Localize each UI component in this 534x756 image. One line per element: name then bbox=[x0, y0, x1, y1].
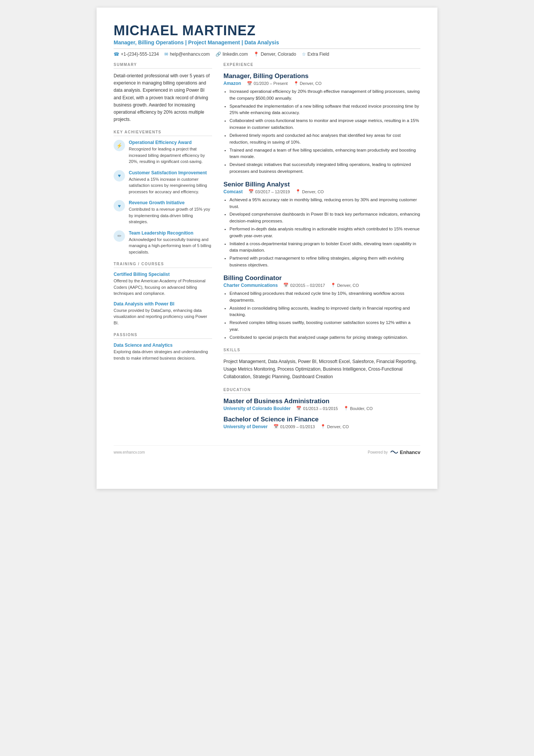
candidate-title: Manager, Billing Operations | Project Ma… bbox=[114, 39, 420, 45]
skills-text: Project Management, Data Analysis, Power… bbox=[223, 358, 420, 381]
job-title-3: Billing Coordinator bbox=[223, 274, 420, 282]
edu-degree-2: Bachelor of Science in Finance bbox=[223, 416, 420, 423]
job-bullets-1: Increased operational efficiency by 20% … bbox=[230, 88, 420, 175]
contact-extra: ☆ Extra Field bbox=[302, 52, 329, 57]
contact-linkedin: 🔗 linkedin.com bbox=[215, 52, 248, 57]
bullet: Devised strategic initiatives that succe… bbox=[230, 161, 420, 175]
achievements-section-title: KEY ACHIEVEMENTS bbox=[114, 130, 212, 136]
achievement-desc-4: Acknowledged for successfully training a… bbox=[129, 236, 212, 255]
link-icon: 🔗 bbox=[215, 52, 221, 57]
edu-school-1: University of Colorado Boulder bbox=[223, 406, 290, 411]
cal-icon-edu-1: 📅 bbox=[296, 406, 301, 411]
bullet: Performed in-depth data analysis resulti… bbox=[230, 226, 420, 239]
left-column: SUMMARY Detail-oriented professional wit… bbox=[114, 63, 212, 434]
cal-icon-3: 📅 bbox=[283, 283, 289, 288]
candidate-name: MICHAEL MARTINEZ bbox=[114, 23, 420, 39]
powered-by-text: Powered by bbox=[368, 450, 388, 454]
bullet: Developed comprehensive dashboards in Po… bbox=[230, 211, 420, 225]
job-meta-2: Comcast 📅 03/2017 – 12/2019 📍 Denver, CO bbox=[223, 189, 420, 194]
pin-icon-2: 📍 bbox=[295, 189, 301, 194]
training-item-2: Data Analysis with Power BI Course provi… bbox=[114, 301, 212, 326]
achievement-content-2: Customer Satisfaction Improvement Achiev… bbox=[129, 170, 212, 195]
passion-desc-1: Exploring data-driven strategies and und… bbox=[114, 349, 212, 361]
achievement-content-1: Operational Efficiency Award Recognized … bbox=[129, 140, 212, 165]
pin-icon-edu-1: 📍 bbox=[344, 406, 349, 411]
edu-dates-1: 📅 01/2013 – 01/2015 bbox=[296, 406, 338, 411]
job-bullets-2: Achieved a 95% accuracy rate in monthly … bbox=[230, 197, 420, 269]
achievement-content-3: Revenue Growth Initiative Contributed to… bbox=[129, 200, 212, 225]
achievement-item-2: ♥ Customer Satisfaction Improvement Achi… bbox=[114, 170, 212, 195]
job-dates-1: 📅 01/2020 – Present bbox=[247, 81, 288, 86]
bullet: Delivered timely reports and conducted a… bbox=[230, 132, 420, 146]
achievement-icon-4: ✏ bbox=[114, 230, 125, 242]
enhancv-brand-name: Enhancv bbox=[400, 449, 420, 455]
skills-section-title: SKILLS bbox=[223, 348, 420, 354]
achievement-title-3: Revenue Growth Initiative bbox=[129, 200, 212, 205]
bullet: Achieved a 95% accuracy rate in monthly … bbox=[230, 197, 420, 210]
enhancv-logo-icon bbox=[390, 449, 398, 455]
contact-phone: ☎ +1-(234)-555-1234 bbox=[114, 52, 159, 57]
footer-brand: Powered by Enhancv bbox=[368, 449, 420, 455]
cal-icon-1: 📅 bbox=[247, 81, 252, 86]
achievement-title-1: Operational Efficiency Award bbox=[129, 140, 212, 145]
bullet: Partnered with product management to ref… bbox=[230, 255, 420, 269]
phone-icon: ☎ bbox=[114, 52, 119, 57]
achievement-icon-3: ♥ bbox=[114, 200, 125, 211]
job-location-2: 📍 Denver, CO bbox=[295, 189, 323, 194]
right-column: EXPERIENCE Manager, Billing Operations A… bbox=[223, 63, 420, 434]
pin-icon-edu-2: 📍 bbox=[320, 424, 326, 429]
edu-item-1: Master of Business Administration Univer… bbox=[223, 398, 420, 411]
experience-section-title: EXPERIENCE bbox=[223, 63, 420, 69]
pin-icon-3: 📍 bbox=[331, 283, 336, 288]
achievement-item-1: ⚡ Operational Efficiency Award Recognize… bbox=[114, 140, 212, 165]
passions-section-title: PASSIONS bbox=[114, 333, 212, 339]
achievement-desc-3: Contributed to a revenue growth of 15% y… bbox=[129, 206, 212, 225]
bullet: Assisted in consolidating billing accoun… bbox=[230, 305, 420, 319]
edu-dates-2: 📅 01/2009 – 01/2013 bbox=[273, 424, 315, 429]
achievement-title-2: Customer Satisfaction Improvement bbox=[129, 170, 212, 175]
bullet: Spearheaded the implementation of a new … bbox=[230, 103, 420, 117]
achievement-desc-1: Recognized for leading a project that in… bbox=[129, 146, 212, 165]
job-bullets-3: Enhanced billing procedures that reduced… bbox=[230, 290, 420, 341]
bullet: Trained and managed a team of five billi… bbox=[230, 147, 420, 161]
bullet: Enhanced billing procedures that reduced… bbox=[230, 290, 420, 304]
edu-degree-1: Master of Business Administration bbox=[223, 398, 420, 405]
achievement-title-4: Team Leadership Recognition bbox=[129, 230, 212, 236]
job-dates-3: 📅 02/2015 – 02/2017 bbox=[283, 283, 325, 288]
achievement-item-3: ♥ Revenue Growth Initiative Contributed … bbox=[114, 200, 212, 225]
job-title-1: Manager, Billing Operations bbox=[223, 72, 420, 80]
achievement-content-4: Team Leadership Recognition Acknowledged… bbox=[129, 230, 212, 255]
enhancv-logo: Enhancv bbox=[390, 449, 420, 455]
achievement-icon-1: ⚡ bbox=[114, 140, 125, 151]
edu-item-2: Bachelor of Science in Finance Universit… bbox=[223, 416, 420, 429]
training-section-title: TRAINING / COURSES bbox=[114, 262, 212, 268]
email-icon: ✉ bbox=[164, 52, 168, 57]
job-dates-2: 📅 03/2017 – 12/2019 bbox=[248, 189, 290, 194]
edu-loc-1: 📍 Boulder, CO bbox=[344, 406, 373, 411]
edu-meta-2: University of Denver 📅 01/2009 – 01/2013… bbox=[223, 424, 420, 429]
training-title-1: Certified Billing Specialist bbox=[114, 272, 212, 277]
bullet: Resolved complex billing issues swiftly,… bbox=[230, 319, 420, 333]
edu-school-2: University of Denver bbox=[223, 424, 268, 429]
passion-title-1: Data Science and Analytics bbox=[114, 343, 212, 348]
training-desc-1: Offered by the American Academy of Profe… bbox=[114, 278, 212, 297]
training-title-2: Data Analysis with Power BI bbox=[114, 301, 212, 307]
education-section-title: EDUCATION bbox=[223, 388, 420, 394]
star-icon: ☆ bbox=[302, 52, 306, 57]
cal-icon-2: 📅 bbox=[248, 189, 254, 194]
footer-website: www.enhancv.com bbox=[114, 450, 145, 454]
job-company-3: Charter Communications bbox=[223, 283, 278, 288]
job-company-2: Comcast bbox=[223, 189, 243, 194]
achievement-item-4: ✏ Team Leadership Recognition Acknowledg… bbox=[114, 230, 212, 255]
achievement-desc-2: Achieved a 15% increase in customer sati… bbox=[129, 176, 212, 195]
bullet: Initiated a cross-departmental training … bbox=[230, 241, 420, 254]
achievement-icon-2: ♥ bbox=[114, 170, 125, 182]
job-location-3: 📍 Denver, CO bbox=[331, 283, 359, 288]
bullet: Increased operational efficiency by 20% … bbox=[230, 88, 420, 102]
job-meta-1: Amazon 📅 01/2020 – Present 📍 Denver, CO bbox=[223, 81, 420, 86]
summary-text: Detail-oriented professional with over 5… bbox=[114, 72, 212, 123]
bullet: Contributed to special projects that ana… bbox=[230, 334, 420, 341]
job-title-2: Senior Billing Analyst bbox=[223, 181, 420, 188]
summary-section-title: SUMMARY bbox=[114, 63, 212, 69]
passion-item-1: Data Science and Analytics Exploring dat… bbox=[114, 343, 212, 361]
